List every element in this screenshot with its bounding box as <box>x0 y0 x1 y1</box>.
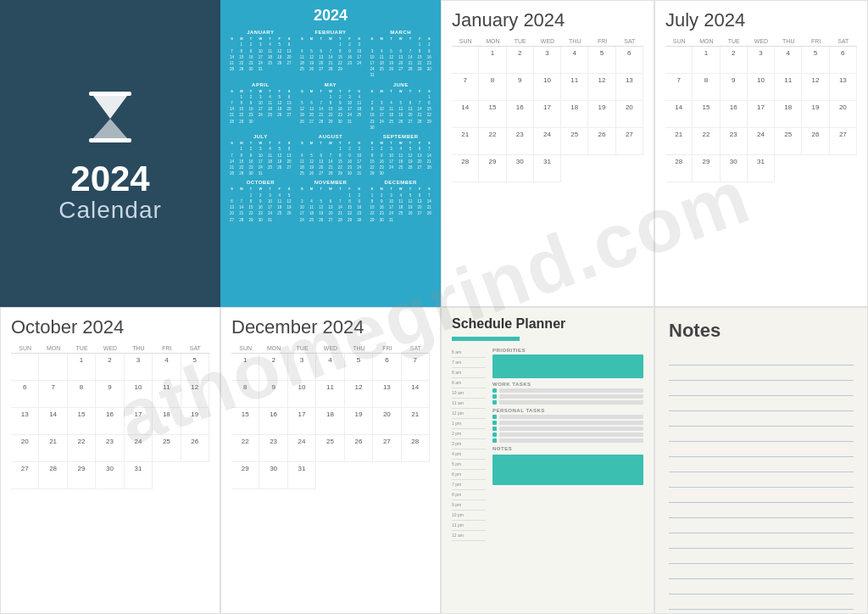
svg-rect-1 <box>89 138 131 142</box>
cal-day: 29 <box>479 155 506 182</box>
cal-day: 15 <box>479 101 506 128</box>
task-row <box>492 415 643 419</box>
cal-day: 19 <box>802 101 829 128</box>
cal-day: 2 <box>721 47 748 74</box>
notes-line <box>669 594 854 610</box>
work-tasks-area <box>492 388 643 405</box>
cal-day-header: SAT <box>616 36 643 47</box>
task-row <box>492 421 643 425</box>
task-dot <box>492 421 497 425</box>
task-line <box>499 394 643 399</box>
cal-day: 27 <box>373 435 401 462</box>
cal-day: 9 <box>507 74 534 101</box>
cal-day: 26 <box>181 435 209 462</box>
time-row: 10 am <box>452 388 486 399</box>
year-overview-cell: 2024 JANUARYSMTWTFS123456789101112131415… <box>220 0 441 307</box>
time-row: 2 pm <box>452 429 486 439</box>
cal-day-header: TUE <box>68 343 96 354</box>
notes-line <box>669 472 854 488</box>
cal-day: 7 <box>665 74 693 101</box>
time-row: 9 am <box>452 378 486 388</box>
cal-day: 6 <box>11 381 39 408</box>
cal-day-header: SUN <box>665 36 693 47</box>
mini-month: MARCHSMTWTFS1234567891011121314151617181… <box>367 30 434 79</box>
cal-day: 10 <box>125 381 153 408</box>
task-row <box>492 394 643 399</box>
task-line <box>499 415 643 419</box>
mini-month: AUGUSTSMTWTFS123456789101112131415161718… <box>298 134 364 176</box>
cal-day: 31 <box>534 155 561 182</box>
cal-day: 3 <box>288 354 316 381</box>
cal-day: 23 <box>721 128 748 155</box>
cal-day: 7 <box>39 381 67 408</box>
notes-line <box>669 503 854 518</box>
cal-day: 23 <box>259 435 287 462</box>
cal-day-header: SUN <box>11 343 39 354</box>
cal-day-header: TUE <box>507 36 534 47</box>
task-line <box>499 421 643 425</box>
cal-day-header: WED <box>96 343 124 354</box>
cal-day: 12 <box>588 74 615 101</box>
task-line <box>499 427 643 431</box>
cal-day: 29 <box>231 462 259 489</box>
mini-month: MAYSMTWTFS123456789101112131415161718192… <box>298 82 364 131</box>
time-row: 7 pm <box>452 480 486 490</box>
cal-day: 5 <box>588 47 615 74</box>
cal-day-header: WED <box>316 343 344 354</box>
cal-day-header: WED <box>748 36 775 47</box>
cal-day: 25 <box>561 128 588 155</box>
cal-day: 10 <box>748 74 775 101</box>
cal-day: 4 <box>316 354 344 381</box>
cal-day: 22 <box>68 435 96 462</box>
notes-cell: Notes <box>654 307 868 614</box>
cal-day: 31 <box>288 462 316 489</box>
cal-day: 20 <box>616 101 643 128</box>
cal-day: 3 <box>748 47 775 74</box>
cal-day: 18 <box>775 101 802 128</box>
cal-day: 4 <box>775 47 802 74</box>
cal-day-header: SUN <box>231 343 259 354</box>
task-line <box>499 438 643 443</box>
cal-day-header: SAT <box>402 343 430 354</box>
cal-day: 17 <box>288 408 316 435</box>
notes-line <box>669 488 854 503</box>
cal-day: 28 <box>665 155 693 182</box>
hourglass-icon <box>76 83 144 151</box>
cal-day: 10 <box>534 74 561 101</box>
cal-day: 22 <box>231 435 259 462</box>
cal-day: 13 <box>616 74 643 101</box>
priorities-box <box>492 354 643 378</box>
notes-line <box>669 442 854 457</box>
cal-day: 19 <box>345 408 373 435</box>
time-row: 7 am <box>452 358 486 368</box>
cal-day-header: FRI <box>588 36 615 47</box>
cal-day: 8 <box>693 74 720 101</box>
task-line <box>499 433 643 437</box>
cal-day: 12 <box>345 381 373 408</box>
task-dot <box>492 388 497 393</box>
cal-day-empty: . <box>665 47 693 74</box>
cal-day-empty: . <box>452 47 479 74</box>
cal-day: 16 <box>721 101 748 128</box>
cal-day: 21 <box>402 408 430 435</box>
schedule-content: 6 am7 am8 am9 am10 am11 am12 pm1 pm2 pm3… <box>452 348 643 541</box>
cal-day: 22 <box>693 128 720 155</box>
cal-day: 21 <box>452 128 479 155</box>
cal-day: 14 <box>402 381 430 408</box>
cal-day: 9 <box>96 381 124 408</box>
cal-day: 17 <box>534 101 561 128</box>
notes-lines <box>669 350 854 614</box>
schedule-cell: Schedule Planner 6 am7 am8 am9 am10 am11… <box>441 307 654 614</box>
cal-day: 23 <box>507 128 534 155</box>
cal-day: 12 <box>181 381 209 408</box>
notes-line <box>669 564 854 579</box>
time-row: 1 pm <box>452 419 486 429</box>
cal-day: 20 <box>830 101 857 128</box>
cal-day: 30 <box>721 155 748 182</box>
cal-day: 8 <box>68 381 96 408</box>
cal-day: 6 <box>830 47 857 74</box>
october-cell: October 2024 SUNMONTUEWEDTHUFRISAT..1234… <box>0 307 220 614</box>
notes-line <box>669 366 854 381</box>
cal-day: 21 <box>665 128 693 155</box>
cal-day: 14 <box>39 408 67 435</box>
